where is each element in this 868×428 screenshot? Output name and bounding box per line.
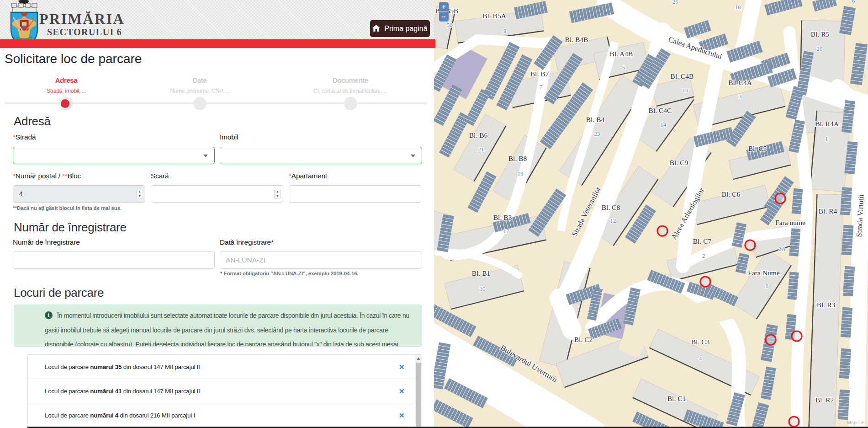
svg-text:Bl. C9: Bl. C9	[670, 159, 688, 166]
svg-text:Bl. B7: Bl. B7	[530, 70, 549, 78]
svg-text:1: 1	[825, 135, 828, 142]
svg-text:Bl. R5: Bl. R5	[811, 30, 830, 38]
svg-text:23: 23	[594, 130, 600, 137]
svg-text:Bl. R4: Bl. R4	[819, 207, 837, 215]
svg-text:Bl. C3: Bl. C3	[691, 338, 710, 346]
svg-text:Bl. R2: Bl. R2	[815, 396, 834, 404]
svg-text:Bl. R4A: Bl. R4A	[815, 120, 839, 128]
svg-text:21: 21	[478, 146, 484, 153]
svg-text:6: 6	[852, 0, 855, 4]
svg-text:Bl. C4C: Bl. C4C	[649, 107, 672, 114]
svg-text:Fara nume: Fara nume	[775, 219, 805, 226]
svg-text:Bl. A4B: Bl. A4B	[610, 50, 633, 58]
svg-text:Bl. R3: Bl. R3	[817, 301, 836, 309]
svg-text:9: 9	[503, 27, 507, 34]
svg-text:Bl. B3: Bl. B3	[493, 214, 512, 221]
svg-text:18: 18	[735, 4, 741, 11]
svg-text:10: 10	[480, 285, 486, 292]
svg-text:7: 7	[540, 83, 543, 90]
svg-text:2: 2	[702, 252, 705, 259]
svg-text:Bl. B4: Bl. B4	[586, 116, 605, 123]
svg-text:12: 12	[610, 217, 616, 224]
svg-text:Bl. C2: Bl. C2	[574, 336, 593, 343]
svg-text:Bl. B5A: Bl. B5A	[482, 12, 506, 20]
svg-text:Fara Nume: Fara Nume	[748, 269, 779, 277]
svg-text:Bl. B1: Bl. B1	[472, 269, 490, 277]
svg-text:Bl. C6: Bl. C6	[722, 190, 741, 198]
svg-text:25: 25	[672, 0, 678, 5]
svg-text:17: 17	[503, 228, 510, 235]
svg-text:8: 8	[766, 283, 769, 289]
svg-text:Bl. C5: Bl. C5	[748, 144, 767, 152]
svg-text:Bl. B4B: Bl. B4B	[565, 36, 588, 43]
svg-text:Bl. C4A: Bl. C4A	[728, 79, 752, 86]
svg-text:Bl. C1: Bl. C1	[667, 395, 686, 402]
svg-text:2A: 2A	[778, 246, 786, 252]
svg-text:58: 58	[447, 21, 453, 28]
svg-text:4: 4	[699, 355, 702, 362]
svg-text:Bl. C7: Bl. C7	[693, 237, 712, 245]
svg-text:16: 16	[683, 87, 689, 94]
svg-text:MapTiler: MapTiler	[847, 420, 867, 425]
svg-text:14: 14	[661, 121, 667, 128]
svg-text:+: +	[442, 3, 446, 11]
svg-text:−: −	[442, 13, 446, 21]
svg-text:Bl. B8: Bl. B8	[508, 155, 527, 162]
svg-text:19: 19	[518, 170, 524, 177]
svg-text:Bl. B6: Bl. B6	[469, 131, 488, 139]
svg-text:20: 20	[817, 45, 823, 52]
svg-text:5: 5	[622, 64, 625, 71]
svg-text:3: 3	[739, 93, 742, 100]
svg-text:Bl. C8: Bl. C8	[602, 203, 620, 211]
svg-text:Bl. C4B: Bl. C4B	[671, 72, 694, 80]
